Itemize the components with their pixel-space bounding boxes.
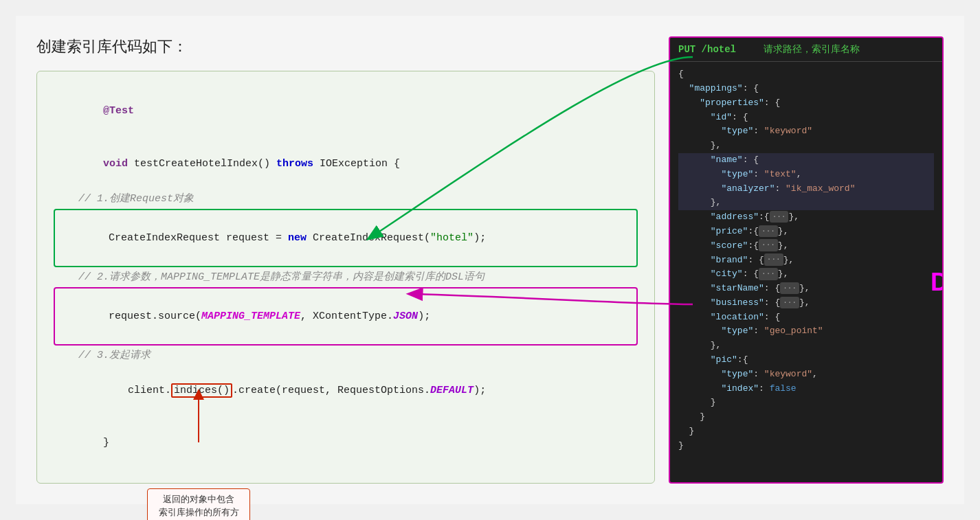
comment1: // 1.创建Request对象 bbox=[54, 190, 638, 208]
request-source-line: request.source(MAPPING_TEMPLATE, XConten… bbox=[54, 287, 638, 346]
json-brand: "brand": {···}, bbox=[678, 253, 934, 268]
json-name-close: }, bbox=[678, 196, 934, 210]
json-pic-open: "pic":{ bbox=[678, 353, 934, 368]
throws-kw: throws bbox=[276, 158, 313, 170]
header-label: 请求路径，索引库名称 bbox=[764, 42, 860, 57]
closing-brace: } bbox=[54, 417, 638, 470]
json-location-open: "location": { bbox=[678, 310, 934, 325]
json-id-open: "id": { bbox=[678, 111, 934, 125]
json-pic-close: } bbox=[678, 396, 934, 410]
annotation-at: @Test bbox=[103, 105, 134, 117]
page-container: 创建索引库代码如下： @Test void testCreateHotelInd… bbox=[16, 16, 964, 505]
comment2: // 2.请求参数，MAPPING_TEMPLATE是静态常量字符串，内容是创建… bbox=[54, 269, 638, 286]
json-root-close: } bbox=[678, 439, 934, 453]
create-index-request-line: CreateIndexRequest request = new CreateI… bbox=[54, 209, 638, 267]
json-name-type: "type": "text", bbox=[678, 168, 934, 182]
right-panel: PUT /hotel 请求路径，索引库名称 { "mappings": { "p… bbox=[669, 36, 944, 484]
method-signature: void testCreateHotelIndex() throws IOExc… bbox=[54, 137, 638, 190]
json-mappings-close: } bbox=[678, 425, 934, 439]
json-city: "city": {···}, bbox=[678, 267, 934, 282]
left-panel: 创建索引库代码如下： @Test void testCreateHotelInd… bbox=[36, 36, 655, 484]
json-id-close: }, bbox=[678, 139, 934, 153]
json-id-type: "type": "keyword" bbox=[678, 124, 934, 139]
right-panel-header: PUT /hotel 请求路径，索引库名称 bbox=[670, 38, 942, 62]
method-name: testCreateHotelIndex() bbox=[128, 158, 276, 170]
json-properties: "properties": { bbox=[678, 96, 934, 111]
json-name-analyzer: "analyzer": "ik_max_word" bbox=[678, 182, 934, 196]
json-location-type: "type": "geo_point" bbox=[678, 324, 934, 339]
indices-highlight: indices() bbox=[171, 383, 232, 398]
right-panel-content: { "mappings": { "properties": { "id": { … bbox=[670, 62, 942, 459]
annotation-line: @Test bbox=[54, 85, 638, 138]
request-path: PUT /hotel bbox=[678, 42, 736, 57]
json-pic-index: "index": false bbox=[678, 382, 934, 396]
json-name-open: "name": { bbox=[678, 153, 934, 168]
json-business: "business": {···}, bbox=[678, 296, 934, 310]
dsl-label: DSL bbox=[931, 262, 944, 302]
json-properties-close: } bbox=[678, 410, 934, 425]
json-pic-type: "type": "keyword", bbox=[678, 368, 934, 382]
json-open: { bbox=[678, 67, 934, 82]
exception-name: IOException { bbox=[313, 158, 400, 170]
void-kw: void bbox=[103, 158, 128, 170]
json-starname: "starName": {···}, bbox=[678, 282, 934, 296]
comment3: // 3.发起请求 bbox=[54, 347, 638, 365]
json-mappings: "mappings": { bbox=[678, 82, 934, 96]
client-indices-line: client.indices().create(request, Request… bbox=[54, 364, 638, 417]
annotation-box: 返回的对象中包含 索引库操作的所有方法 bbox=[147, 488, 250, 520]
page-title: 创建索引库代码如下： bbox=[36, 36, 655, 57]
json-price: "price":{···}, bbox=[678, 225, 934, 239]
json-score: "score":{···}, bbox=[678, 239, 934, 253]
code-block: @Test void testCreateHotelIndex() throws… bbox=[36, 71, 655, 484]
json-address: "address":{···}, bbox=[678, 210, 934, 225]
json-location-close: }, bbox=[678, 339, 934, 353]
